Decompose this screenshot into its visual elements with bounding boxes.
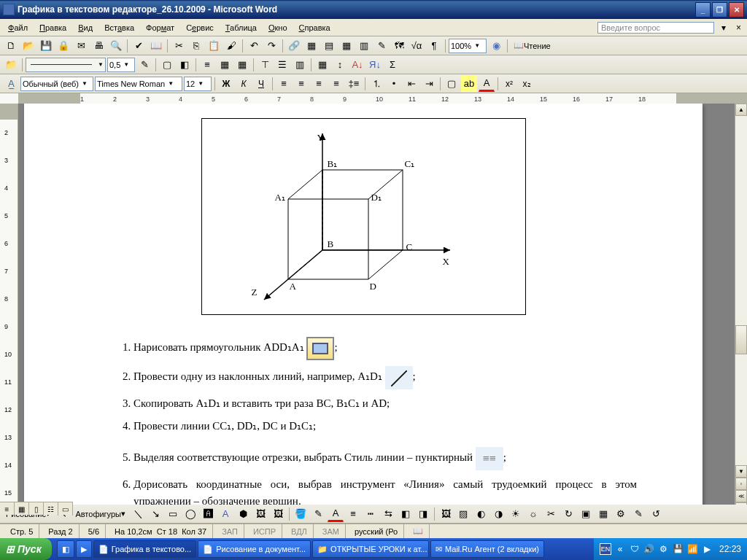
align-center-button[interactable]: ≡ [293, 76, 309, 92]
borders-button[interactable]: ▢ [444, 76, 460, 92]
rectangle-tool-button[interactable]: ▭ [165, 506, 181, 522]
line-style-button[interactable]: ≡ [345, 506, 361, 522]
less-contrast-button[interactable]: ◑ [490, 506, 506, 522]
tables-borders-button[interactable]: ▦ [303, 38, 320, 54]
autoshapes-menu[interactable]: Автофигуры ▾ [72, 506, 128, 522]
subscript-button[interactable]: x₂ [519, 76, 535, 92]
menu-help[interactable]: Справка [294, 22, 336, 34]
vertical-scrollbar[interactable]: ▲ ▼ ◦ ≪ ≫ [735, 104, 747, 515]
scroll-thumb[interactable] [735, 325, 747, 354]
text-direction-button[interactable]: ↕ [332, 57, 348, 73]
paste-button[interactable]: 📋 [206, 38, 222, 54]
highlight-button[interactable]: ab [461, 76, 477, 92]
wordart-button[interactable]: A [217, 506, 233, 522]
line-width-combo[interactable]: 0,5▼ [107, 58, 135, 72]
status-lang[interactable]: русский (Ро [349, 524, 404, 538]
cut-button[interactable]: ✂ [171, 38, 187, 54]
style-combo[interactable]: Обычный (веб)▼ [20, 77, 93, 91]
open-folder-button[interactable]: 📁 [3, 57, 19, 73]
oval-tool-button[interactable]: ◯ [182, 506, 198, 522]
color-mode-button[interactable]: ▨ [455, 506, 471, 522]
picture-toolbar-button[interactable]: 🖼 [438, 506, 454, 522]
textbox-button[interactable]: 🅰 [200, 506, 216, 522]
rotate-button[interactable]: ↻ [560, 506, 576, 522]
align-right-button[interactable]: ≡ [311, 76, 327, 92]
undo-button[interactable]: ↶ [246, 38, 262, 54]
hyperlink-button[interactable]: 🔗 [286, 38, 302, 54]
help-search-input[interactable]: Введите вопрос [597, 22, 714, 34]
reset-picture-button[interactable]: ↺ [648, 506, 664, 522]
help-dropdown-icon[interactable]: ▾ [719, 23, 729, 33]
mdi-close-button[interactable]: × [733, 23, 744, 33]
increase-indent-button[interactable]: ⇥ [421, 76, 437, 92]
tray-expand-icon[interactable]: « [614, 543, 626, 555]
sort-asc-button[interactable]: A↓ [349, 57, 365, 73]
status-ovr[interactable]: ЗАМ [317, 524, 346, 538]
merge-button[interactable]: ▦ [217, 57, 233, 73]
menu-insert[interactable]: Вставка [99, 22, 139, 34]
quicklaunch-item[interactable]: ▶ [76, 540, 92, 558]
menu-file[interactable]: Файл [3, 22, 33, 34]
clipart-button[interactable]: 🖼 [252, 506, 268, 522]
diagram-button[interactable]: ⬢ [235, 506, 251, 522]
email-button[interactable]: ✉ [73, 38, 89, 54]
menu-tools[interactable]: Сервис [181, 22, 219, 34]
format-painter-button[interactable]: 🖌 [223, 38, 239, 54]
font-size-combo[interactable]: 12▼ [184, 77, 212, 91]
print-preview-button[interactable]: 🔍 [108, 38, 124, 54]
fill-color-button[interactable]: 🪣 [293, 506, 309, 522]
menu-edit[interactable]: Правка [34, 22, 71, 34]
reading-view-button[interactable]: ▭ [58, 502, 73, 516]
close-button[interactable]: ✕ [729, 2, 744, 18]
prev-page-button[interactable]: ≪ [735, 490, 747, 502]
autosum-button[interactable]: Σ [384, 57, 400, 73]
pen-color-button[interactable]: ✎ [136, 57, 152, 73]
underline-button[interactable]: Ч [253, 76, 269, 92]
insert-table-button[interactable]: ▤ [321, 38, 337, 54]
restore-button[interactable]: ❐ [712, 2, 727, 18]
format-picture-button[interactable]: ⚙ [613, 506, 629, 522]
new-doc-button[interactable]: 🗋 [3, 38, 19, 54]
scroll-up-button[interactable]: ▲ [735, 104, 747, 116]
task-item-mail[interactable]: ✉Mail.Ru Агент (2 вкладки) [430, 540, 544, 558]
eraser-button[interactable]: ◧ [177, 57, 193, 73]
research-button[interactable]: 📖 [148, 38, 164, 54]
tray-icon[interactable]: 🔊 [643, 543, 655, 555]
task-item-word2[interactable]: 📄Рисование в документ... [198, 540, 311, 558]
drawing-toggle-button[interactable]: ✎ [374, 38, 390, 54]
autoformat-button[interactable]: ▦ [314, 57, 330, 73]
clock[interactable]: 22:23 [719, 544, 741, 554]
tray-icon[interactable]: 📶 [687, 543, 699, 555]
font-color-button[interactable]: A [479, 76, 495, 92]
help-icon[interactable]: ◉ [488, 38, 504, 54]
task-item-folder[interactable]: 📁ОТКРЫТЫЕ УРОКИ к ат... [312, 540, 429, 558]
document-scroll[interactable]: Y X Z A₁ B₁ C₁ D₁ A B C D Нарисовать пря… [18, 104, 735, 515]
permissions-button[interactable]: 🔒 [55, 38, 71, 54]
status-spell-icon[interactable]: 📖 [407, 524, 430, 538]
quicklaunch-item[interactable]: ◧ [57, 540, 74, 558]
italic-button[interactable]: К [236, 76, 252, 92]
reading-mode-button[interactable]: 📖 Чтение [511, 38, 554, 54]
print-button[interactable]: 🖶 [90, 38, 107, 54]
superscript-button[interactable]: x² [501, 76, 517, 92]
align-left-button[interactable]: ≡ [276, 76, 292, 92]
bold-button[interactable]: Ж [218, 76, 234, 92]
distribute-cols-button[interactable]: ▥ [292, 57, 308, 73]
tray-icon[interactable]: 🛡 [629, 543, 640, 555]
menu-table[interactable]: Таблица [220, 22, 262, 34]
copy-button[interactable]: ⎘ [188, 38, 204, 54]
zoom-combo[interactable]: 100%▼ [449, 39, 487, 53]
arrow-style-button[interactable]: ⇆ [380, 506, 396, 522]
sort-desc-button[interactable]: Я↓ [367, 57, 383, 73]
menu-format[interactable]: Формат [141, 22, 179, 34]
columns-button[interactable]: ▥ [356, 38, 372, 54]
picture-button[interactable]: 🖼 [270, 506, 286, 522]
3d-button[interactable]: ◨ [415, 506, 431, 522]
compress-button[interactable]: ▣ [578, 506, 594, 522]
show-marks-button[interactable]: ¶ [426, 38, 442, 54]
more-contrast-button[interactable]: ◐ [473, 506, 489, 522]
line-spacing-button[interactable]: ‡≡ [346, 76, 362, 92]
normal-view-button[interactable]: ≡ [0, 502, 15, 516]
save-button[interactable]: 💾 [38, 38, 54, 54]
insert-row-button[interactable]: ≡ [199, 57, 215, 73]
